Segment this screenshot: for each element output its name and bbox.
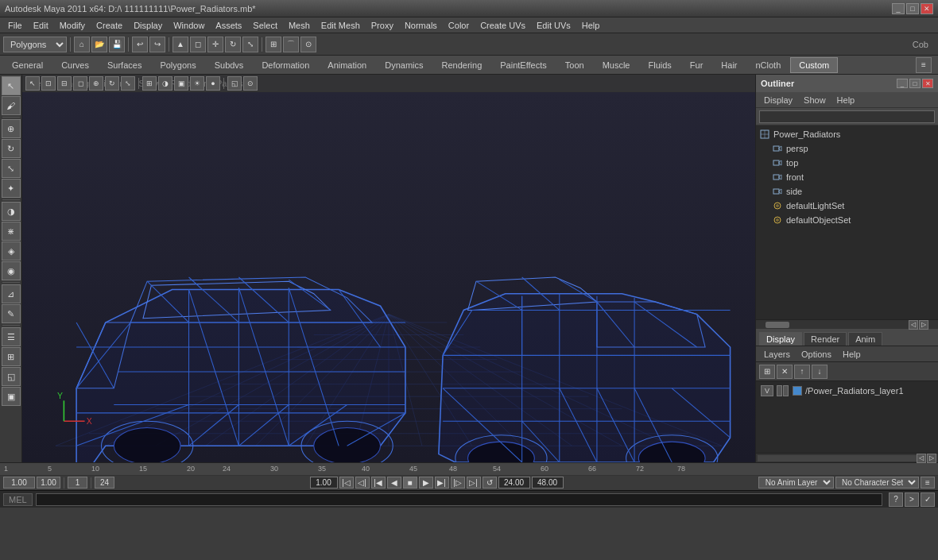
snap-point[interactable]: ⊙ [300,37,316,52]
lasso-tool[interactable]: ◻ [190,37,206,52]
timeline-end-field[interactable] [95,477,114,489]
outliner-menu-show[interactable]: Show [799,94,831,106]
outliner-close[interactable]: ✕ [922,79,933,88]
shape-editor[interactable]: ◉ [2,261,21,280]
universal-tool[interactable]: ✦ [2,179,21,198]
tab-polygons[interactable]: Polygons [151,57,204,73]
vp-shadow-btn[interactable]: ● [206,76,220,91]
select-tool[interactable]: ▲ [172,37,188,52]
layers-new-btn[interactable]: ⊞ [759,365,775,379]
layer-toggle-1[interactable] [777,385,782,396]
char-set-dropdown[interactable]: No Character Set [835,477,919,489]
home-button[interactable]: ⌂ [74,37,90,52]
timeline-range-end-min[interactable] [498,477,530,489]
display-layer-btn[interactable]: ☰ [2,327,21,346]
open-button[interactable]: 📂 [91,37,107,52]
rotate-tool-btn[interactable]: ↻ [2,139,21,158]
tab-painteffects[interactable]: PaintEffects [491,57,556,73]
close-button[interactable]: ✕ [921,3,933,14]
snap-curve[interactable]: ⌒ [283,37,299,52]
help-icon[interactable]: ? [889,492,903,507]
tab-fluids[interactable]: Fluids [639,57,680,73]
render-btn[interactable]: ▣ [2,387,21,406]
menu-window[interactable]: Window [169,19,209,32]
camera-btn[interactable]: ◱ [2,367,21,386]
outliner-item-light-set[interactable]: defaultLightSet [756,199,938,213]
timeline-play-fwd[interactable]: ▶ [419,477,433,489]
vp-scale-btn[interactable]: ⤡ [121,76,135,91]
tab-muscle[interactable]: Muscle [594,57,639,73]
outliner-minimize[interactable]: _ [897,79,908,88]
tab-toon[interactable]: Toon [556,57,593,73]
script-editor-btn[interactable]: > [905,492,919,507]
undo-button[interactable]: ↩ [132,37,148,52]
timeline-loop-btn[interactable]: ↺ [483,477,497,489]
vp-light-btn[interactable]: ☀ [190,76,204,91]
layers-menu-options[interactable]: Options [797,348,836,361]
layers-hscrollbar[interactable]: ◁ ▷ [756,453,938,462]
menu-file[interactable]: File [3,19,27,32]
menu-proxy[interactable]: Proxy [366,19,398,32]
menu-mesh[interactable]: Mesh [284,19,315,32]
snap-grid[interactable]: ⊞ [266,37,281,52]
outliner-scroll-left[interactable]: ◁ [909,320,918,330]
outliner-item-object-set[interactable]: defaultObjectSet [756,213,938,227]
menu-normals[interactable]: Normals [400,19,442,32]
redo-button[interactable]: ↪ [149,37,165,52]
vp-marquee-btn[interactable]: ⊟ [57,76,72,91]
move-tool[interactable]: ✛ [207,37,223,52]
tab-dynamics[interactable]: Dynamics [376,57,432,73]
mode-dropdown[interactable]: Polygons Animation Rendering Dynamics Ri… [3,37,67,52]
layer-visibility-toggle[interactable]: V [761,385,773,396]
timeline-range-start[interactable] [310,477,338,489]
timeline-options-btn[interactable]: ≡ [921,477,935,489]
timeline-go-end[interactable]: ▷| [467,477,481,489]
timeline-step-fwd[interactable]: |▷ [451,477,465,489]
paint-weight-tool[interactable]: ◈ [2,241,21,261]
layers-tab-display[interactable]: Display [759,332,802,346]
scale-tool[interactable]: ⤡ [242,37,258,52]
vp-cam-btn[interactable]: ◱ [227,76,242,91]
outliner-scroll-right[interactable]: ▷ [919,320,928,330]
vp-move-btn[interactable]: ⊕ [89,76,103,91]
layers-tab-anim[interactable]: Anim [848,332,882,346]
command-feedback-btn[interactable]: ✓ [921,492,935,507]
vp-rotate-btn[interactable]: ↻ [105,76,119,91]
scene-viewport[interactable]: X Y [22,92,755,462]
tab-rendering[interactable]: Rendering [433,57,491,73]
paint-select-tool[interactable]: 🖌 [2,96,21,115]
outliner-search-input[interactable] [759,110,935,123]
timeline-stop[interactable]: ■ [403,477,417,489]
layers-down-btn[interactable]: ↓ [812,365,828,379]
outliner-item-front[interactable]: front [756,170,938,184]
tab-curves[interactable]: Curves [52,57,98,73]
layer-toggle-2[interactable] [783,385,789,396]
layers-delete-btn[interactable]: ✕ [777,365,793,379]
vp-texture-btn[interactable]: ▣ [174,76,188,91]
menu-assets[interactable]: Assets [211,19,246,32]
timeline-range-end-max[interactable] [532,477,564,489]
grid-btn[interactable]: ⊞ [2,347,21,366]
menu-edit[interactable]: Edit [29,19,53,32]
tab-options-button[interactable]: ≡ [916,57,932,73]
scale-tool-btn[interactable]: ⤡ [2,159,21,178]
tab-custom[interactable]: Custom [790,57,838,73]
layers-arrow-left[interactable]: ◁ [917,454,926,463]
outliner-item-side[interactable]: side [756,184,938,199]
menu-color[interactable]: Color [444,19,474,32]
menu-display[interactable]: Display [129,19,167,32]
rotate-tool[interactable]: ↻ [225,37,241,52]
menu-edit-mesh[interactable]: Edit Mesh [316,19,365,32]
layers-menu-layers[interactable]: Layers [759,348,795,361]
tab-hair[interactable]: Hair [712,57,746,73]
timeline-go-start[interactable]: |◁ [339,477,354,489]
menu-modify[interactable]: Modify [55,19,90,32]
vp-paint-btn[interactable]: ⊡ [41,76,56,91]
timeline-ruler[interactable]: 1 5 10 15 20 24 30 35 40 45 48 54 60 66 … [0,463,938,476]
tab-subdvs[interactable]: Subdvs [206,57,253,73]
outliner-item-power-radiators[interactable]: Power_Radiators [756,127,938,141]
layers-arrow-right[interactable]: ▷ [927,454,936,463]
outliner-item-top[interactable]: top [756,156,938,170]
minimize-button[interactable]: _ [892,3,905,14]
annotation-tool[interactable]: ✎ [2,304,21,323]
